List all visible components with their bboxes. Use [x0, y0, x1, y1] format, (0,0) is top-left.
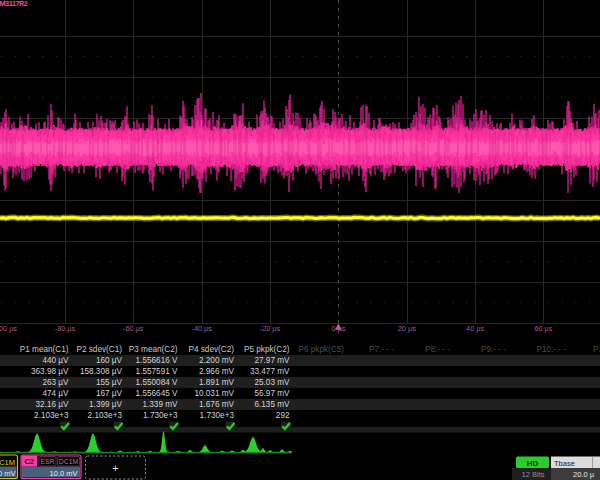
svg-text:25.03 mV: 25.03 mV	[254, 378, 290, 387]
svg-text:P5 pkpk(C2): P5 pkpk(C2)	[244, 345, 290, 354]
svg-text:2.103e+3: 2.103e+3	[34, 411, 69, 420]
svg-text:40 µs: 40 µs	[466, 324, 484, 333]
svg-text:P6 pkpk(C5): P6 pkpk(C5)	[298, 345, 344, 354]
svg-text:Tbase: Tbase	[554, 459, 575, 468]
svg-text:P10:- - -: P10:- - -	[536, 345, 566, 354]
svg-text:P7:- - -: P7:- - -	[369, 345, 394, 354]
svg-text:20.0 µ: 20.0 µ	[573, 470, 595, 479]
svg-text:HD: HD	[527, 459, 539, 468]
svg-text:00 µs: 00 µs	[0, 324, 17, 333]
svg-text:M3117R2: M3117R2	[0, 0, 28, 8]
svg-text:DC1M: DC1M	[0, 458, 15, 467]
svg-text:2.200 mV: 2.200 mV	[199, 356, 235, 365]
svg-text:P2 sdev(C1): P2 sdev(C1)	[76, 345, 122, 354]
svg-text:ESR: ESR	[41, 458, 55, 465]
svg-text:P8:- - -: P8:- - -	[425, 345, 450, 354]
svg-text:27.97 mV: 27.97 mV	[254, 356, 290, 365]
svg-text:1.891 mV: 1.891 mV	[199, 378, 235, 387]
svg-text:-60 µs: -60 µs	[123, 324, 144, 333]
svg-text:DC1M: DC1M	[59, 458, 79, 465]
svg-text:P11:- - -: P11:- - -	[593, 345, 600, 354]
svg-text:60 µs: 60 µs	[534, 324, 552, 333]
svg-text:1.676 mV: 1.676 mV	[199, 400, 235, 409]
svg-text:P1 mean(C1): P1 mean(C1)	[20, 345, 69, 354]
svg-text:+: +	[112, 462, 118, 474]
svg-text:1.556616 V: 1.556616 V	[136, 356, 178, 365]
svg-text:160 µV: 160 µV	[96, 356, 123, 365]
svg-text:P9:- - -: P9:- - -	[481, 345, 506, 354]
svg-text:474 µV: 474 µV	[42, 389, 69, 398]
svg-text:1.557591 V: 1.557591 V	[136, 367, 178, 376]
svg-text:440 µV: 440 µV	[42, 356, 69, 365]
svg-text:1.730e+3: 1.730e+3	[200, 411, 235, 420]
svg-text:-40 µs: -40 µs	[191, 324, 212, 333]
svg-text:10.031 mV: 10.031 mV	[194, 389, 234, 398]
svg-text:20.0 mV: 20.0 mV	[0, 469, 16, 478]
svg-text:6.135 mV: 6.135 mV	[254, 400, 290, 409]
svg-text:1.339 mV: 1.339 mV	[142, 400, 178, 409]
svg-text:292: 292	[276, 411, 290, 420]
svg-text:P4 sdev(C2): P4 sdev(C2)	[188, 345, 234, 354]
svg-text:1.556645 V: 1.556645 V	[136, 389, 178, 398]
svg-text:10.0 mV: 10.0 mV	[50, 469, 78, 478]
svg-text:-80 µs: -80 µs	[55, 324, 76, 333]
svg-text:56.97 mV: 56.97 mV	[254, 389, 290, 398]
svg-text:20 µs: 20 µs	[398, 324, 416, 333]
svg-text:33.477 mV: 33.477 mV	[250, 367, 290, 376]
svg-text:1.730e+3: 1.730e+3	[143, 411, 178, 420]
svg-text:1.550084 V: 1.550084 V	[136, 378, 178, 387]
svg-text:155 µV: 155 µV	[96, 378, 123, 387]
svg-text:C2: C2	[24, 457, 34, 466]
svg-text:P3 mean(C2): P3 mean(C2)	[129, 345, 178, 354]
svg-text:158.308 µV: 158.308 µV	[80, 367, 123, 376]
svg-text:1.399 µV: 1.399 µV	[89, 400, 122, 409]
svg-text:167 µV: 167 µV	[96, 389, 123, 398]
svg-text:12 Bits: 12 Bits	[522, 470, 545, 479]
svg-text:32.16 µV: 32.16 µV	[36, 400, 69, 409]
svg-text:2.103e+3: 2.103e+3	[88, 411, 123, 420]
svg-text:263 µV: 263 µV	[42, 378, 69, 387]
svg-text:363.98 µV: 363.98 µV	[31, 367, 69, 376]
svg-text:2.966 mV: 2.966 mV	[199, 367, 235, 376]
svg-text:-20 µs: -20 µs	[260, 324, 281, 333]
